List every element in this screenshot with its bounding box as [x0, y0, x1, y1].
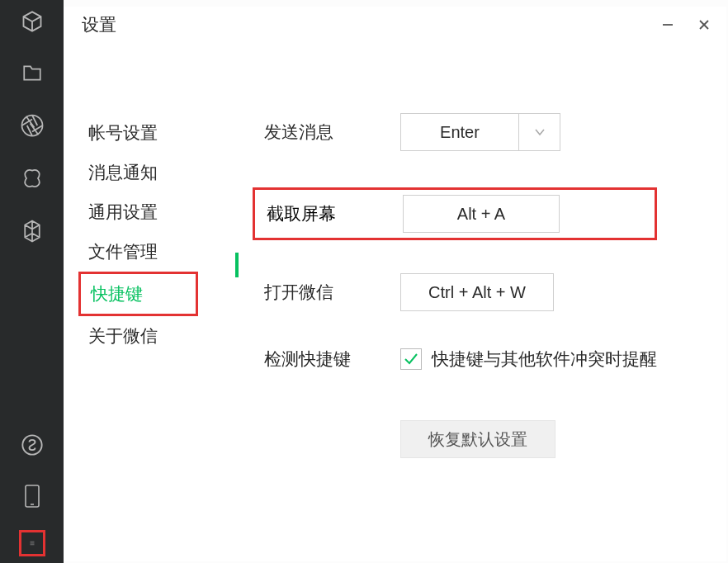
- settings-window: 设置 帐号设置 消息通知 通用设置 文件管理 快捷键 关于微信 发送消息: [64, 7, 726, 561]
- nav-general[interactable]: 通用设置: [78, 192, 198, 232]
- menu-icon[interactable]: [19, 530, 45, 556]
- screenshot-label: 截取屏幕: [267, 202, 403, 225]
- detect-text: 快捷键与其他软件冲突时提醒: [432, 348, 657, 371]
- nav-selected-indicator: [235, 253, 239, 277]
- nav-shortcuts[interactable]: 快捷键: [91, 284, 143, 303]
- minimize-button[interactable]: [657, 14, 678, 35]
- window-title: 设置: [82, 13, 116, 36]
- cube-icon[interactable]: [19, 8, 45, 35]
- atom-icon[interactable]: [19, 218, 45, 244]
- settings-nav: 帐号设置 消息通知 通用设置 文件管理 快捷键 关于微信: [78, 113, 198, 458]
- settings-main: 发送消息 Enter 截取屏幕 Alt + A 打开微信 Ctrl + Alt …: [198, 113, 657, 458]
- titlebar: 设置: [64, 7, 726, 43]
- send-message-label: 发送消息: [264, 121, 400, 144]
- send-message-dropdown[interactable]: [519, 113, 560, 151]
- nav-shortcuts-highlight: 快捷键: [78, 272, 198, 316]
- screenshot-row-highlight: 截取屏幕 Alt + A: [253, 187, 657, 240]
- nav-about[interactable]: 关于微信: [78, 316, 198, 356]
- mobile-icon[interactable]: [19, 483, 45, 509]
- folder-icon[interactable]: [19, 59, 45, 86]
- open-wechat-value[interactable]: Ctrl + Alt + W: [400, 273, 554, 311]
- close-button[interactable]: [693, 14, 715, 35]
- nav-files[interactable]: 文件管理: [78, 232, 198, 272]
- nav-notifications[interactable]: 消息通知: [78, 153, 198, 192]
- nav-account[interactable]: 帐号设置: [78, 113, 198, 153]
- screenshot-value[interactable]: Alt + A: [403, 195, 560, 233]
- app-dark-sidebar: [0, 0, 64, 563]
- send-message-value[interactable]: Enter: [400, 113, 519, 151]
- butterfly-icon[interactable]: [19, 165, 45, 192]
- svg-rect-2: [26, 485, 39, 507]
- restore-defaults-button[interactable]: 恢复默认设置: [400, 420, 555, 458]
- open-wechat-label: 打开微信: [264, 281, 400, 304]
- aperture-icon[interactable]: [19, 112, 45, 139]
- detect-checkbox[interactable]: [400, 348, 422, 370]
- miniprogram-icon[interactable]: [19, 432, 45, 458]
- detect-label: 检测快捷键: [264, 348, 400, 371]
